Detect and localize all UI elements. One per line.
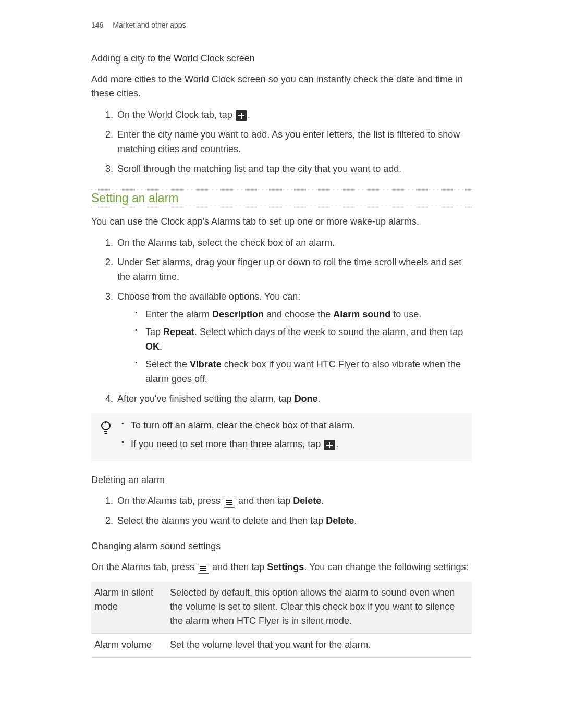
text: On the World Clock tab, tap xyxy=(117,109,235,120)
menu-icon xyxy=(224,498,235,508)
text: and choose the xyxy=(264,309,333,319)
paragraph: You can use the Clock app's Alarms tab t… xyxy=(91,215,472,229)
menu-icon xyxy=(198,564,209,574)
tip-list: To turn off an alarm, clear the check bo… xyxy=(121,418,355,456)
text: and then tap xyxy=(212,562,267,572)
ordered-list: On the Alarms tab, select the check box … xyxy=(91,236,472,406)
table-row: Alarm volume Set the volume level that y… xyxy=(91,634,472,658)
paragraph: On the Alarms tab, press and then tap Se… xyxy=(91,560,472,574)
text: Enter the alarm xyxy=(145,309,212,319)
text: Select the xyxy=(145,359,190,369)
settings-key: Alarm in silent mode xyxy=(91,582,167,634)
term: Done xyxy=(295,393,318,404)
term: Delete xyxy=(293,496,321,506)
list-item: If you need to set more than three alarm… xyxy=(121,437,355,452)
table-row: Alarm in silent mode Selected by default… xyxy=(91,582,472,634)
list-item: Enter the alarm Description and choose t… xyxy=(135,307,472,322)
list-item: After you've finished setting the alarm,… xyxy=(106,392,472,406)
plus-icon xyxy=(324,440,335,450)
list-item: Select the alarms you want to delete and… xyxy=(106,514,472,528)
settings-key: Alarm volume xyxy=(91,634,167,658)
rule xyxy=(91,207,472,207)
plus-icon xyxy=(236,110,247,121)
subheading-change-settings: Changing alarm sound settings xyxy=(91,541,472,552)
page-number: 146 xyxy=(91,21,103,29)
list-item: On the Alarms tab, press and then tap De… xyxy=(106,494,472,509)
text: . Select which days of the week to sound… xyxy=(194,327,463,337)
text: . You can change the following settings: xyxy=(304,562,468,572)
list-item: On the World Clock tab, tap . xyxy=(106,108,472,122)
svg-rect-1 xyxy=(104,431,107,432)
section-title: Setting an alarm xyxy=(91,190,472,207)
text: to use. xyxy=(390,309,421,319)
list-item: Scroll through the matching list and tap… xyxy=(106,162,472,177)
term: Alarm sound xyxy=(333,309,390,319)
content: 146 Market and other apps Adding a city … xyxy=(91,21,472,658)
text: Tap xyxy=(145,327,163,337)
page-chapter: Market and other apps xyxy=(113,21,186,29)
text: Select the alarms you want to delete and… xyxy=(117,515,326,526)
text: . xyxy=(354,515,357,526)
text: and then tap xyxy=(238,496,293,506)
term: Repeat xyxy=(163,327,194,337)
term: Delete xyxy=(326,515,354,526)
tip-box: To turn off an alarm, clear the check bo… xyxy=(91,413,472,461)
text: . xyxy=(318,393,321,404)
list-item: Enter the city name you want to add. As … xyxy=(106,128,472,157)
term: Settings xyxy=(267,562,304,572)
term: Description xyxy=(212,309,264,319)
list-item: Choose from the available options. You c… xyxy=(106,290,472,386)
ordered-list: On the World Clock tab, tap . Enter the … xyxy=(91,108,472,177)
paragraph: Add more cities to the World Clock scree… xyxy=(91,72,472,101)
page: 146 Market and other apps Adding a city … xyxy=(0,0,563,728)
settings-value: Set the volume level that you want for t… xyxy=(167,634,472,658)
svg-rect-2 xyxy=(105,433,107,434)
list-item: Tap Repeat. Select which days of the wee… xyxy=(135,325,472,354)
settings-value: Selected by default, this option allows … xyxy=(167,582,472,634)
subheading-delete-alarm: Deleting an alarm xyxy=(91,475,472,486)
settings-table: Alarm in silent mode Selected by default… xyxy=(91,582,472,658)
term: OK xyxy=(145,341,160,352)
text: . xyxy=(248,109,250,120)
text: . xyxy=(336,439,338,449)
text: Choose from the available options. You c… xyxy=(117,291,300,302)
list-item: To turn off an alarm, clear the check bo… xyxy=(121,418,355,433)
list-item: Under Set alarms, drag your finger up or… xyxy=(106,255,472,285)
list-item: Select the Vibrate check box if you want… xyxy=(135,357,472,387)
subheading-add-city: Adding a city to the World Clock screen xyxy=(91,53,472,64)
text: After you've finished setting the alarm,… xyxy=(117,393,295,404)
list-item: On the Alarms tab, select the check box … xyxy=(106,236,472,251)
text: . xyxy=(160,341,162,352)
term: Vibrate xyxy=(190,359,222,369)
page-header: 146 Market and other apps xyxy=(91,21,472,29)
text: On the Alarms tab, press xyxy=(117,496,223,506)
lightbulb-icon xyxy=(100,421,112,435)
unordered-list: Enter the alarm Description and choose t… xyxy=(117,307,472,386)
text: On the Alarms tab, press xyxy=(91,562,197,572)
text: . xyxy=(321,496,324,506)
section-heading: Setting an alarm xyxy=(91,189,472,207)
text: If you need to set more than three alarm… xyxy=(131,439,323,449)
ordered-list: On the Alarms tab, press and then tap De… xyxy=(91,494,472,528)
